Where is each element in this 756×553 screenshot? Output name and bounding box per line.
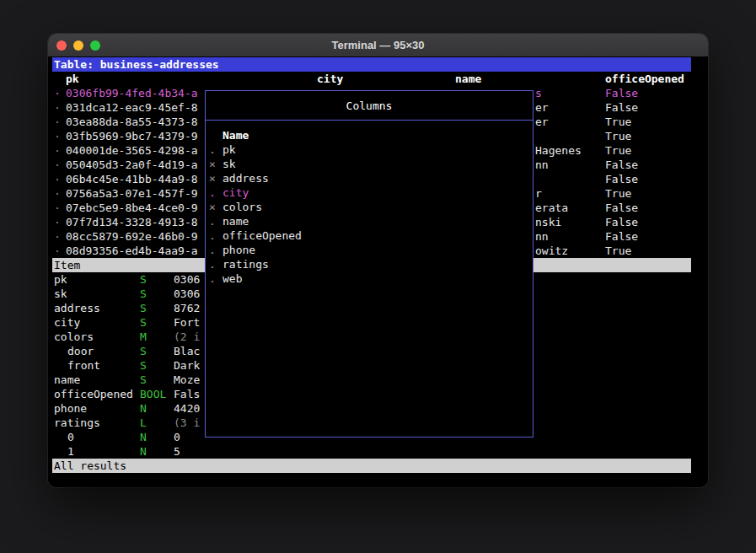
column-visibility-marker: . (209, 257, 216, 271)
column-toggle-item[interactable]: . ratings (206, 257, 533, 271)
row-officeOpened: True (605, 143, 631, 158)
row-officeOpened: False (605, 229, 638, 244)
column-toggle-item[interactable]: × colors (206, 200, 533, 214)
window-title: Terminal — 95×30 (332, 39, 425, 51)
row-name-fragment: er (535, 115, 549, 129)
status-text: All results (54, 459, 126, 473)
attribute-value: Fort (174, 315, 200, 330)
row-pk: 07f7d134-3328-4913-8 (66, 215, 198, 229)
row-pk: 03fb5969-9bc7-4379-9 (66, 129, 198, 143)
column-toggle-item[interactable]: . pk (206, 142, 533, 157)
column-visibility-marker: × (209, 200, 216, 214)
status-bar: All results (52, 459, 691, 473)
attribute-type: S (140, 358, 147, 373)
column-visibility-marker: . (209, 271, 216, 286)
attribute-value: Moze (174, 373, 200, 387)
column-toggle-item[interactable]: . city (206, 185, 533, 200)
column-visibility-marker: . (209, 243, 216, 257)
attribute-name: officeOpened (54, 387, 133, 401)
row-name-fragment: nski (535, 215, 561, 229)
row-pk: 08d93356-ed4b-4aa9-a (66, 244, 198, 258)
row-marker: · (54, 129, 61, 143)
row-marker: · (54, 143, 61, 158)
row-officeOpened: False (605, 158, 638, 172)
column-toggle-item[interactable]: . web (206, 271, 533, 286)
row-marker: · (54, 172, 61, 186)
terminal-content[interactable]: Table: business-addresses pk city name o… (48, 57, 708, 487)
row-marker: · (54, 86, 61, 100)
attribute-value: 0 (174, 430, 180, 444)
column-visibility-marker: . (209, 214, 216, 228)
column-name: name (223, 214, 249, 228)
column-name: address (223, 171, 269, 185)
attribute-value: (3 i (174, 416, 200, 430)
row-marker: · (54, 201, 61, 215)
attribute-value: 5 (174, 444, 180, 459)
row-marker: · (54, 244, 61, 258)
column-toggle-item[interactable]: . officeOpened (206, 228, 533, 243)
column-visibility-marker: . (209, 185, 216, 200)
attribute-name: front (67, 358, 100, 373)
column-header-city: city (317, 72, 343, 86)
row-pk: 050405d3-2a0f-4d19-a (66, 158, 198, 172)
row-pk: 07ebc5e9-8be4-4ce0-9 (66, 201, 198, 215)
row-pk: 040001de-3565-4298-a (66, 143, 198, 158)
attribute-name: door (67, 344, 94, 358)
column-list-header: Name (206, 128, 533, 142)
row-name-fragment: Hagenes (535, 143, 582, 158)
attribute-name: 0 (67, 430, 74, 444)
attribute-type: S (140, 301, 147, 315)
zoom-button[interactable] (90, 40, 100, 51)
attribute-type: N (140, 430, 147, 444)
attribute-type: S (140, 344, 147, 358)
row-name-fragment: r (535, 186, 542, 201)
row-officeOpened: True (605, 186, 631, 201)
column-header-name: name (455, 72, 481, 86)
row-pk: 0306fb99-4fed-4b34-a (66, 86, 198, 100)
attribute-type: S (140, 315, 147, 330)
row-officeOpened: False (605, 215, 638, 229)
row-officeOpened: True (605, 129, 631, 143)
attribute-name: city (54, 315, 80, 330)
terminal-window: Terminal — 95×30 Table: business-address… (48, 34, 708, 487)
attribute-type: L (140, 416, 147, 430)
attribute-value: Dark (174, 358, 200, 373)
attribute-name: colors (54, 330, 94, 344)
attribute-type: M (140, 330, 147, 344)
row-name-fragment: owitz (535, 244, 568, 258)
attribute-name: name (54, 373, 80, 387)
attribute-name: address (54, 301, 100, 315)
row-pk: 031dca12-eac9-45ef-8 (66, 100, 198, 115)
attribute-value: 4420 (174, 401, 200, 416)
row-pk: 06b4c45e-41bb-44a9-8 (66, 172, 198, 186)
row-marker: · (54, 215, 61, 229)
column-name: sk (223, 157, 236, 171)
column-toggle-item[interactable]: × sk (206, 157, 533, 171)
row-marker: · (54, 100, 61, 115)
row-officeOpened: True (605, 115, 631, 129)
column-visibility-marker: × (209, 157, 216, 171)
column-name: city (223, 185, 249, 200)
attribute-value: 0306 (174, 272, 200, 287)
table-title-bar: Table: business-addresses (52, 57, 691, 72)
column-visibility-marker: . (209, 142, 216, 157)
attribute-name: 1 (67, 444, 74, 459)
attribute-value: 0306 (174, 287, 200, 301)
attribute-type: S (140, 373, 147, 387)
attribute-name: pk (54, 272, 67, 287)
close-button[interactable] (56, 40, 67, 51)
column-toggle-item[interactable]: . phone (206, 243, 533, 257)
minimize-button[interactable] (73, 40, 83, 51)
column-toggle-item[interactable]: × address (206, 171, 533, 185)
column-toggle-item[interactable]: . name (206, 214, 533, 228)
window-titlebar[interactable]: Terminal — 95×30 (48, 34, 708, 57)
column-header-row: pk city name officeOpened (52, 72, 691, 86)
row-officeOpened: False (605, 86, 638, 100)
attribute-value: (2 i (174, 330, 200, 344)
dialog-title: Columns (206, 91, 533, 121)
table-name: Table: business-addresses (54, 57, 219, 72)
row-marker: · (54, 229, 61, 244)
column-header-officeOpened: officeOpened (605, 72, 684, 86)
row-name-fragment: erata (535, 201, 568, 215)
column-name: colors (223, 200, 262, 214)
